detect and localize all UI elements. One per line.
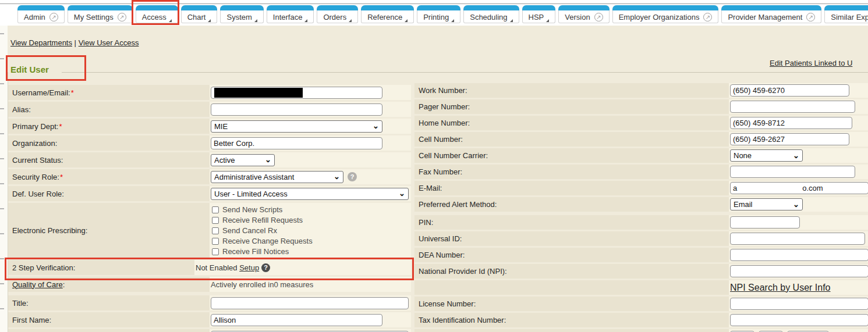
pager-number-input[interactable] [730, 101, 855, 113]
form-row-universal-id: Universal ID: [414, 231, 868, 246]
selected-option: MIE [214, 122, 228, 131]
tab-label: Provider Management [728, 13, 802, 22]
send-new-scripts-checkbox[interactable] [212, 206, 219, 213]
tab-reference[interactable]: Reference [361, 5, 414, 23]
field-label-primary-dept: Primary Dept:* [8, 119, 210, 134]
field-value-cell-number-carrier: None⌄ [729, 148, 868, 163]
field-value-work-number: (650) 459-6270 [729, 83, 868, 98]
e-mail-input[interactable]: ao.com [730, 182, 868, 194]
tab-scheduling[interactable]: Scheduling [463, 5, 519, 23]
selected-option: Administrative Assistant [214, 173, 294, 181]
current-status-select[interactable]: Active⌄ [211, 154, 275, 166]
national-provider-id-npi-input[interactable] [730, 265, 868, 277]
receive-fill-notices-checkbox[interactable] [212, 248, 219, 255]
checkbox-option-send-new-scripts: Send New Scripts [212, 205, 282, 215]
checkbox-option-receive-change-requests: Receive Change Requests [212, 236, 313, 247]
pin-input[interactable] [730, 216, 800, 229]
dea-number-input[interactable] [730, 249, 868, 261]
form-row-def-user-role: Def. User Role:User - Limited Access⌄ [8, 186, 411, 201]
home-number-input[interactable]: (650) 459-8712 [730, 117, 852, 129]
two-step-setup-link[interactable]: Setup [239, 263, 259, 272]
security-role-select[interactable]: Administrative Assistant⌄ [211, 171, 343, 183]
field-label-tax-identification-number: Tax Identification Number: [414, 313, 729, 327]
field-label-quality-of-care: Quality of Care: [8, 277, 210, 292]
label-text: Work Number: [419, 86, 467, 95]
cell-number-carrier-select[interactable]: None⌄ [730, 149, 803, 162]
tab-provider-management[interactable]: Provider Management↗ [721, 5, 821, 23]
tab-label: Interface [273, 13, 303, 22]
external-link-icon: ↗ [49, 13, 58, 22]
tab-employer-organizations[interactable]: Employer Organizations↗ [612, 5, 719, 23]
select-caret-icon: ⌄ [373, 123, 379, 129]
field-value-license-number [729, 297, 868, 311]
select-caret-icon: ⌄ [265, 157, 271, 163]
label-text: PIN: [419, 218, 433, 227]
tax-identification-number-input[interactable] [730, 314, 868, 326]
label-text: Organization: [12, 139, 57, 148]
label-text: Universal ID: [419, 234, 462, 243]
field-value-preferred-alert-method: Email⌄ [729, 197, 868, 212]
license-number-input[interactable] [730, 298, 868, 310]
receive-refill-requests-checkbox[interactable] [212, 217, 219, 224]
email-visible-end: o.com [802, 184, 823, 192]
work-number-input[interactable]: (650) 459-6270 [730, 84, 849, 97]
form-row-work-number: Work Number:(650) 459-6270 [414, 83, 868, 98]
tab-label: Employer Organizations [619, 13, 700, 22]
def-user-role-select[interactable]: User - Limited Access⌄ [211, 188, 409, 200]
form-row-alias: Alias: [8, 102, 411, 117]
help-icon[interactable]: ? [261, 263, 270, 272]
label-text: Electronic Prescribing: [12, 226, 87, 235]
receive-change-requests-checkbox[interactable] [212, 238, 219, 245]
form-row-cell-number: Cell Number:(650) 459-2627 [414, 132, 868, 147]
field-label-work-number: Work Number: [414, 83, 729, 98]
tab-similar-exposure-groups[interactable]: Similar Exposure Groups ( [824, 5, 868, 23]
field-value-national-provider-id-npi [729, 264, 868, 279]
tab-label: Reference [367, 13, 402, 22]
cell-number-input[interactable]: (650) 459-2627 [730, 133, 849, 145]
organization-input[interactable]: Better Corp. [211, 137, 382, 149]
tab-orders[interactable]: Orders [317, 5, 358, 23]
external-link-icon: ↗ [806, 13, 815, 22]
tab-my-settings[interactable]: My Settings↗ [68, 5, 133, 23]
tab-access[interactable]: Access [136, 5, 178, 23]
form-row-tax-identification-number: Tax Identification Number: [414, 313, 868, 327]
tab-printing[interactable]: Printing [417, 5, 460, 23]
form-row-home-number: Home Number:(650) 459-8712 [414, 116, 868, 130]
tab-version[interactable]: Version↗ [558, 5, 609, 23]
primary-dept-select[interactable]: MIE⌄ [211, 120, 382, 133]
edit-patients-linked-link[interactable]: Edit Patients Linked to U [770, 59, 852, 67]
label-text: Cell Number Carrier: [419, 151, 488, 160]
form-row-title: Title: [8, 295, 411, 310]
quality-of-care-link[interactable]: Quality of Care [12, 280, 63, 289]
tab-admin[interactable]: Admin↗ [17, 5, 65, 23]
send-cancel-rx-checkbox[interactable] [212, 227, 219, 234]
gutter-tick [0, 308, 4, 309]
tab-hsp[interactable]: HSP [522, 5, 556, 23]
npi-search-link[interactable]: NPI Search by User Info [730, 283, 831, 293]
label-text: Cell Number: [419, 135, 463, 144]
tab-interface[interactable]: Interface [267, 5, 314, 23]
external-link-icon: ↗ [703, 13, 712, 22]
label-text: Fax Number: [419, 167, 462, 176]
preferred-alert-method-select[interactable]: Email⌄ [730, 198, 803, 210]
username-email-input[interactable] [211, 87, 382, 99]
field-value-home-number: (650) 459-8712 [729, 116, 868, 130]
tab-chart[interactable]: Chart [181, 5, 218, 23]
fax-number-input[interactable] [730, 166, 855, 178]
external-link-icon: ↗ [118, 13, 126, 22]
field-label-cell-number-carrier: Cell Number Carrier: [414, 148, 729, 163]
checkbox-label: Receive Fill Notices [222, 247, 289, 256]
tab-system[interactable]: System [220, 5, 263, 23]
help-icon[interactable]: ? [348, 172, 357, 181]
first-name-input[interactable]: Allison [211, 314, 382, 326]
universal-id-input[interactable] [730, 233, 865, 245]
view-departments-link[interactable]: View Departments [10, 38, 72, 47]
view-user-access-link[interactable]: View User Access [79, 38, 139, 47]
title-input[interactable] [211, 297, 409, 309]
alias-input[interactable] [211, 103, 382, 116]
field-value-first-name: Allison [210, 312, 411, 327]
field-label-alias: Alias: [8, 102, 210, 117]
input-value: Better Corp. [214, 139, 254, 148]
input-value: Allison [214, 316, 236, 324]
required-asterisk: * [59, 122, 62, 131]
